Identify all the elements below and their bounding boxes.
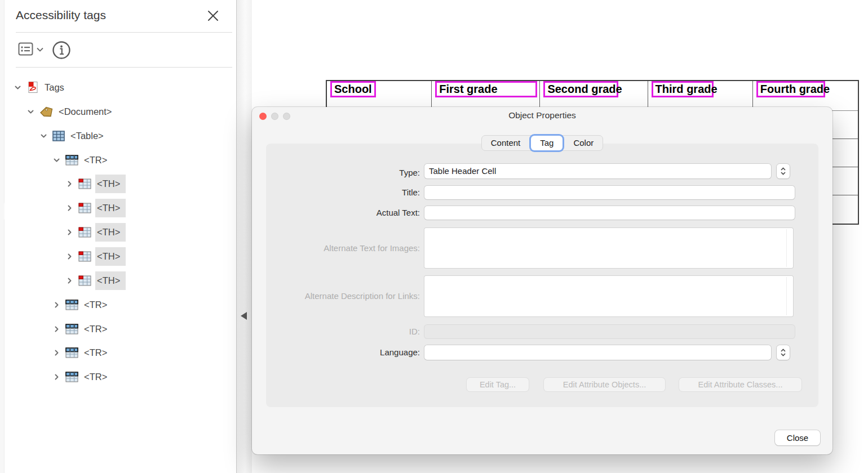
language-stepper-icon[interactable]: [777, 345, 790, 360]
pdf-header-cell: First grade: [432, 81, 540, 110]
tag-highlight-box: Second grade: [543, 81, 618, 97]
table-icon: [52, 131, 65, 141]
alt-text-images-label: Alternate Text for Images:: [262, 241, 420, 256]
tree-item-label: <TR>: [82, 368, 113, 386]
tag-highlight-box: Third grade: [652, 81, 714, 97]
pdf-icon: [26, 81, 39, 93]
chevron-right-icon[interactable]: [65, 228, 73, 236]
tree-item-label: Tags: [43, 78, 70, 97]
alt-desc-links-textarea: [424, 276, 793, 316]
tree-item-tr-3[interactable]: <TR>: [52, 148, 113, 172]
pdf-header-cell: Second grade: [540, 81, 648, 110]
chevron-right-icon[interactable]: [52, 349, 60, 356]
tag-highlight-box: Fourth grade: [756, 81, 825, 97]
actual-text-input[interactable]: [424, 206, 795, 220]
tree-item-label: <TR>: [82, 320, 113, 338]
tree-item-table-2[interactable]: <Table>: [39, 124, 109, 148]
tree-item-label: <TR>: [82, 296, 113, 314]
title-input[interactable]: [424, 186, 795, 199]
dialog-title: Object Properties: [252, 110, 832, 121]
title-label: Title:: [262, 186, 420, 199]
table-row-icon: [65, 155, 78, 166]
edit-attribute-objects-button[interactable]: Edit Attribute Objects...: [544, 378, 665, 391]
tag-highlight-box: First grade: [435, 81, 537, 97]
tree-item-th-4[interactable]: <TH>: [65, 172, 126, 195]
chevron-right-icon[interactable]: [52, 301, 60, 309]
table-header-cell-icon: [78, 203, 91, 213]
id-label: ID:: [262, 325, 420, 338]
edit-tag-button[interactable]: Edit Tag...: [467, 378, 529, 391]
chevron-down-icon[interactable]: [52, 156, 60, 164]
acrobat-window: SchoolFirst gradeSecond gradeThird grade…: [0, 0, 868, 473]
chevron-down-icon[interactable]: [39, 132, 47, 140]
tree-item-tr-12[interactable]: <TR>: [52, 365, 113, 389]
tab-color[interactable]: Color: [564, 136, 603, 150]
pdf-header-cell: Third grade: [648, 81, 753, 110]
panel-splitter[interactable]: [237, 0, 252, 473]
table-header-cell-icon: [78, 275, 91, 286]
tag-icon: [39, 106, 53, 118]
chevron-right-icon[interactable]: [65, 204, 73, 212]
table-row-icon: [65, 372, 78, 382]
tree-item-label: <TR>: [82, 151, 113, 169]
tag-tab-content: [266, 144, 818, 407]
left-edge-strip: [0, 0, 5, 473]
chevron-right-icon[interactable]: [65, 180, 73, 188]
object-properties-dialog: Object Properties ContentTagColor Type: …: [252, 107, 832, 454]
tab-tag[interactable]: Tag: [531, 136, 563, 150]
type-stepper-icon[interactable]: [777, 164, 790, 179]
tree-item-th-6[interactable]: <TH>: [65, 220, 126, 244]
chevron-right-icon[interactable]: [52, 373, 60, 381]
tree-item-label: <TH>: [95, 175, 126, 193]
chevron-right-icon[interactable]: [52, 325, 60, 333]
table-row-icon: [65, 347, 78, 358]
tree-item-tr-11[interactable]: <TR>: [52, 341, 113, 364]
chevron-down-icon[interactable]: [26, 108, 34, 115]
chevron-right-icon[interactable]: [65, 252, 73, 260]
tree-item-label: <TH>: [95, 247, 126, 266]
language-select[interactable]: [424, 345, 771, 360]
table-header-cell-icon: [78, 251, 91, 262]
type-label: Type:: [262, 166, 420, 180]
chevron-right-icon[interactable]: [65, 276, 73, 284]
tree-item-label: <TR>: [82, 343, 113, 362]
tree-item-tr-9[interactable]: <TR>: [52, 293, 113, 316]
tree-item-label: <Table>: [69, 127, 109, 145]
close-button[interactable]: Close: [775, 430, 820, 445]
language-label: Language:: [262, 345, 420, 360]
table-header-cell-icon: [78, 179, 91, 189]
tree-item-label: <TH>: [95, 199, 126, 217]
id-input: [424, 325, 795, 338]
tab-bar: ContentTagColor: [252, 135, 832, 151]
tree-item-th-5[interactable]: <TH>: [65, 196, 126, 220]
tags-tree: Tags <Document> <Table> <TR> <TH> <TH> <…: [5, 0, 237, 473]
tab-content[interactable]: Content: [482, 136, 530, 150]
pdf-header-cell: Fourth grade: [753, 81, 858, 110]
tree-item-label: <TH>: [95, 223, 126, 242]
actual-text-label: Actual Text:: [262, 206, 420, 220]
accessibility-tags-panel: Accessibility tags Tags <Document> <: [5, 0, 237, 473]
table-header-cell-icon: [78, 227, 91, 238]
tree-item-tags-0[interactable]: Tags: [14, 75, 70, 99]
tree-item-label: <Document>: [57, 102, 117, 121]
tree-item-label: <TH>: [95, 271, 126, 290]
table-row-icon: [65, 324, 78, 334]
type-select[interactable]: Table Header Cell: [424, 164, 771, 179]
alt-desc-links-label: Alternate Description for Links:: [262, 289, 420, 304]
tree-item-th-7[interactable]: <TH>: [65, 244, 126, 268]
tree-item-tr-10[interactable]: <TR>: [52, 317, 113, 341]
pdf-header-cell: School: [327, 81, 432, 110]
tree-item-th-8[interactable]: <TH>: [65, 269, 126, 292]
alt-text-images-textarea: [424, 228, 793, 268]
tree-item-document-1[interactable]: <Document>: [26, 100, 117, 123]
table-row-icon: [65, 300, 78, 310]
chevron-down-icon[interactable]: [14, 83, 21, 91]
collapse-panel-icon[interactable]: [241, 312, 247, 320]
edit-attribute-classes-button[interactable]: Edit Attribute Classes...: [679, 378, 801, 391]
tag-highlight-box: School: [330, 81, 376, 97]
